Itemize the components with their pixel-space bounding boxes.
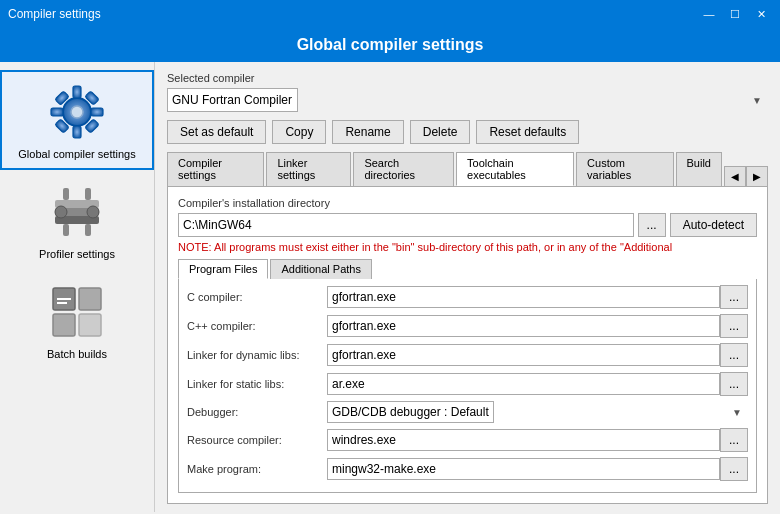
debugger-label: Debugger: (187, 406, 327, 418)
svg-point-14 (87, 206, 99, 218)
form-row-debugger: Debugger: GDB/CDB debugger : Default ▼ (187, 401, 748, 423)
resource-compiler-browse[interactable]: ... (720, 428, 748, 452)
svg-rect-21 (53, 314, 75, 336)
svg-rect-16 (85, 224, 91, 236)
form-row-cpp-compiler: C++ compiler: ... (187, 314, 748, 338)
compiler-dropdown-wrapper: GNU Fortran Compiler GNU GCC Compiler MS… (167, 88, 768, 112)
app-body: Global compiler settings Profiler settin… (0, 62, 780, 512)
compiler-dropdown-arrow: ▼ (752, 95, 762, 106)
gear-icon (45, 80, 109, 144)
tab-compiler-settings[interactable]: Compiler settings (167, 152, 264, 186)
main-heading: Global compiler settings (0, 28, 780, 62)
svg-rect-17 (63, 188, 69, 200)
linker-static-label: Linker for static libs: (187, 378, 327, 390)
compiler-dropdown[interactable]: GNU Fortran Compiler GNU GCC Compiler MS… (167, 88, 298, 112)
inner-tab-additional-paths[interactable]: Additional Paths (270, 259, 372, 279)
resource-compiler-label: Resource compiler: (187, 434, 327, 446)
svg-rect-2 (73, 86, 81, 98)
content-area: Selected compiler GNU Fortran Compiler G… (155, 62, 780, 512)
tab-toolchain-executables[interactable]: Toolchain executables (456, 152, 574, 186)
sidebar-label-global-compiler: Global compiler settings (18, 148, 135, 160)
cpp-compiler-input[interactable] (327, 315, 720, 337)
rename-button[interactable]: Rename (332, 120, 403, 144)
note-text: NOTE: All programs must exist either in … (178, 241, 757, 253)
cpp-compiler-label: C++ compiler: (187, 320, 327, 332)
form-row-c-compiler: C compiler: ... (187, 285, 748, 309)
delete-button[interactable]: Delete (410, 120, 471, 144)
svg-rect-22 (79, 314, 101, 336)
c-compiler-input[interactable] (327, 286, 720, 308)
form-row-linker-static: Linker for static libs: ... (187, 372, 748, 396)
linker-dynamic-browse[interactable]: ... (720, 343, 748, 367)
sidebar-label-profiler: Profiler settings (39, 248, 115, 260)
title-bar: Compiler settings — ☐ ✕ (0, 0, 780, 28)
install-dir-browse-button[interactable]: ... (638, 213, 666, 237)
sidebar: Global compiler settings Profiler settin… (0, 62, 155, 512)
form-row-make-program: Make program: ... (187, 457, 748, 481)
sidebar-item-batch[interactable]: Batch builds (0, 270, 154, 370)
copy-button[interactable]: Copy (272, 120, 326, 144)
make-program-label: Make program: (187, 463, 327, 475)
make-program-input[interactable] (327, 458, 720, 480)
minimize-button[interactable]: — (698, 5, 720, 23)
sidebar-item-global-compiler[interactable]: Global compiler settings (0, 70, 154, 170)
svg-rect-18 (85, 188, 91, 200)
close-button[interactable]: ✕ (750, 5, 772, 23)
debugger-select-arrow: ▼ (732, 407, 742, 418)
title-bar-title: Compiler settings (8, 7, 101, 21)
linker-dynamic-label: Linker for dynamic libs: (187, 349, 327, 361)
linker-static-browse[interactable]: ... (720, 372, 748, 396)
tab-next-button[interactable]: ▶ (746, 166, 768, 186)
svg-rect-20 (79, 288, 101, 310)
svg-rect-4 (51, 108, 63, 116)
svg-rect-15 (63, 224, 69, 236)
profiler-icon (45, 180, 109, 244)
inner-tab-program-files[interactable]: Program Files (178, 259, 268, 279)
install-dir-row: ... Auto-detect (178, 213, 757, 237)
cpp-compiler-browse[interactable]: ... (720, 314, 748, 338)
tab-custom-variables[interactable]: Custom variables (576, 152, 673, 186)
c-compiler-browse[interactable]: ... (720, 285, 748, 309)
linker-dynamic-input[interactable] (327, 344, 720, 366)
title-bar-controls: — ☐ ✕ (698, 5, 772, 23)
tab-prev-button[interactable]: ◀ (724, 166, 746, 186)
tab-content: Compiler's installation directory ... Au… (167, 187, 768, 504)
install-dir-label: Compiler's installation directory (178, 197, 757, 209)
install-dir-input[interactable] (178, 213, 634, 237)
resource-compiler-input[interactable] (327, 429, 720, 451)
selected-compiler-label: Selected compiler (167, 72, 768, 84)
form-row-linker-dynamic: Linker for dynamic libs: ... (187, 343, 748, 367)
reset-defaults-button[interactable]: Reset defaults (476, 120, 579, 144)
linker-static-input[interactable] (327, 373, 720, 395)
make-program-browse[interactable]: ... (720, 457, 748, 481)
sidebar-item-profiler[interactable]: Profiler settings (0, 170, 154, 270)
tab-search-directories[interactable]: Search directories (353, 152, 454, 186)
c-compiler-label: C compiler: (187, 291, 327, 303)
debugger-select[interactable]: GDB/CDB debugger : Default (327, 401, 494, 423)
inner-tabs: Program Files Additional Paths (178, 259, 757, 279)
tab-build[interactable]: Build (676, 152, 722, 186)
svg-point-13 (55, 206, 67, 218)
set-default-button[interactable]: Set as default (167, 120, 266, 144)
sidebar-label-batch: Batch builds (47, 348, 107, 360)
compiler-button-row: Set as default Copy Rename Delete Reset … (167, 120, 768, 144)
svg-rect-3 (73, 126, 81, 138)
tab-linker-settings[interactable]: Linker settings (266, 152, 351, 186)
debugger-select-wrapper: GDB/CDB debugger : Default ▼ (327, 401, 748, 423)
svg-rect-5 (91, 108, 103, 116)
auto-detect-button[interactable]: Auto-detect (670, 213, 757, 237)
batch-icon (45, 280, 109, 344)
form-row-resource-compiler: Resource compiler: ... (187, 428, 748, 452)
maximize-button[interactable]: ☐ (724, 5, 746, 23)
form-content: C compiler: ... C++ compiler: ... Linker… (178, 279, 757, 493)
svg-point-1 (71, 106, 83, 118)
compiler-select-row: GNU Fortran Compiler GNU GCC Compiler MS… (167, 88, 768, 112)
main-tabs: Compiler settings Linker settings Search… (167, 152, 768, 187)
